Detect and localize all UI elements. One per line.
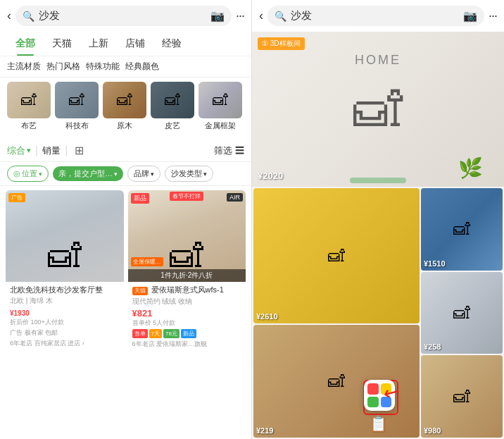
material-cloth-img [7,82,51,118]
hero-3d-badge: ① 3D样板间 [258,37,305,50]
product-col-left: 🛋 广告 北欧免洗科技布沙发客厅整 北欧 | 海绵 木 ¥1930 折后价 10… [6,190,124,435]
tab-experience[interactable]: 经验 [153,32,190,56]
right-card-yellow[interactable]: 🛋 ¥2610 [253,188,420,323]
sort-separator-2: | [65,144,68,157]
app-dot-green [367,397,379,408]
material-cloth-label: 布艺 [21,120,37,131]
badge-78yuan: 78元 [163,329,179,338]
hero-area[interactable]: 🛋 ① 3D样板间 HOME 🌿 ¥2020 [252,32,504,187]
product-card-1[interactable]: 🛋 广告 北欧免洗科技布沙发客厅整 北欧 | 海绵 木 ¥1930 折后价 10… [6,190,124,352]
tianmao-badge: 天猫 [132,287,148,295]
badge-new-product: 新品 [181,329,196,338]
filter-tag-material[interactable]: 主流材质 [7,61,41,73]
filter-button[interactable]: 筛选 ☰ [214,144,244,157]
sort-separator: | [35,144,38,157]
grid-view-icon[interactable]: ⊞ [75,144,84,157]
pill-location-arrow: ▾ [39,171,42,178]
sort-comprehensive[interactable]: 综合 ▾ [7,144,31,157]
product-info-2: 天猫 爱依瑞斯意式风wfs-1 现代简约 绒绒 收纳 ¥821 首单价 5人付款… [128,282,246,353]
product-location-1: 北欧 | 海绵 木 [10,296,120,306]
hero-plant-icon: 🌿 [458,156,483,180]
right-panel: ‹ 🔍 沙发 📷 ··· 🛋 ① 3D样板间 HOME 🌿 ¥2020 [252,0,504,439]
right-img-yellow: 🛋 [253,188,420,323]
tab-store[interactable]: 店铺 [117,32,153,56]
material-grid: 布艺 科技布 原木 皮艺 金属框架 [7,82,244,131]
product-info-1: 北欧免洗科技布沙发客厅整 北欧 | 海绵 木 ¥1930 折后价 100+人付款… [6,282,124,352]
left-search-input-wrap[interactable]: 🔍 沙发 📷 [15,6,232,26]
discount-banner: 1件九折·2件八折 [128,269,246,282]
left-back-button[interactable]: ‹ [7,8,11,23]
tab-all[interactable]: 全部 [7,32,44,56]
right-card-blue[interactable]: 🛋 ¥1510 [421,188,503,271]
product-subtitle-2: 现代简约 绒绒 收纳 [132,297,242,307]
shop-info-1: 广告 极有家 包邮 [10,328,120,338]
material-leather-img [151,82,194,118]
sort-sales[interactable]: 销量 [42,144,61,157]
app-dot-red [367,383,379,395]
right-search-icon: 🔍 [275,11,286,22]
sort-arrow-icon: ▾ [27,146,31,155]
price-1510: ¥1510 [424,259,446,268]
hero-home-text: HOME [355,53,401,68]
product-title-2-text: 爱依瑞斯意式风wfs-1 [151,285,224,294]
right-more-button[interactable]: ··· [489,8,497,23]
right-card-gray[interactable]: 🛋 ¥258 [421,272,503,354]
wood2-sofa-icon: 🛋 [421,355,503,438]
material-wood[interactable]: 原木 [103,82,146,131]
sale-count-badge: 全屋保暖… [131,257,163,266]
pill-suggest-label: 亲，提交户型… [58,168,113,179]
right-grid-col-right: 🛋 ¥1510 🛋 ¥258 🛋 ¥980 [420,187,504,439]
pill-suggest[interactable]: 亲，提交户型… ▾ [53,166,123,181]
product-price-1: ¥1930 [10,307,120,318]
left-search-query: 沙发 [39,9,206,23]
left-search-bar: ‹ 🔍 沙发 📷 ··· [0,0,251,32]
right-search-input-wrap[interactable]: 🔍 沙发 📷 [267,6,484,26]
right-card-wood2[interactable]: 🛋 ¥980 [421,355,503,438]
left-more-button[interactable]: ··· [236,8,244,23]
filter-tags-row: 主流材质 热门风格 特殊功能 经典颜色 [0,56,251,78]
right-camera-icon[interactable]: 📷 [463,9,477,23]
material-cloth[interactable]: 布艺 [7,82,51,131]
product-title-1: 北欧免洗科技布沙发客厅整 [10,285,120,295]
badge-7-days: 7天 [149,329,162,338]
product-title-2: 天猫 爱依瑞斯意式风wfs-1 [132,285,242,295]
right-back-button[interactable]: ‹ [259,8,263,23]
hero-table-decor [350,178,406,183]
location-icon: ◎ [13,169,20,178]
tab-new[interactable]: 上新 [80,32,117,56]
right-search-query: 沙发 [291,9,459,23]
right-search-bar: ‹ 🔍 沙发 📷 ··· [252,0,504,32]
price-219: ¥219 [256,426,273,435]
spring-badge: 春节不打烊 [170,192,203,201]
clipboard-icon[interactable]: 📋 [369,415,388,433]
filter-tag-style[interactable]: 热门风格 [46,61,80,73]
hero-price: ¥2020 [258,171,283,181]
search-icon: 🔍 [23,11,34,22]
badge-new: 新品 [131,193,149,204]
product-card-2[interactable]: 🛋 新品 AIR 春节不打烊 1件九折·2件八折 全屋保暖… 天猫 爱依瑞斯意式… [128,190,246,353]
pill-type[interactable]: 沙发类型 ▾ [165,166,213,182]
product-grid: 🛋 广告 北欧免洗科技布沙发客厅整 北欧 | 海绵 木 ¥1930 折后价 10… [0,186,251,439]
sofa-icon-1: 🛋 [48,236,82,275]
price-258: ¥258 [424,342,441,351]
material-leather-label: 皮艺 [165,120,180,131]
camera-icon[interactable]: 📷 [210,9,225,23]
filter-tag-color[interactable]: 经典颜色 [125,61,159,73]
product-badge-ad: 广告 [8,193,25,202]
product-price-desc-1: 折后价 100+人付款 [10,318,120,327]
tab-tianmao[interactable]: 天猫 [44,32,80,56]
pill-location[interactable]: ◎ 位置 ▾ [7,166,49,182]
filter-tag-function[interactable]: 特殊功能 [86,61,120,73]
product-price-desc-2: 首单价 5人付款 [132,319,242,328]
pill-brand-label: 品牌 [134,168,149,179]
right-img-wood2: 🛋 [421,355,503,438]
pill-brand[interactable]: 品牌 ▾ [127,166,160,182]
material-tech[interactable]: 科技布 [55,82,99,131]
material-metal[interactable]: 金属框架 [199,82,242,131]
pill-type-arrow: ▾ [203,171,207,178]
badge-first-order: 首单 [132,329,148,338]
material-wood-img [103,82,146,118]
material-leather[interactable]: 皮艺 [151,82,194,131]
material-metal-img [199,82,242,118]
badge-air: AIR [227,193,243,202]
